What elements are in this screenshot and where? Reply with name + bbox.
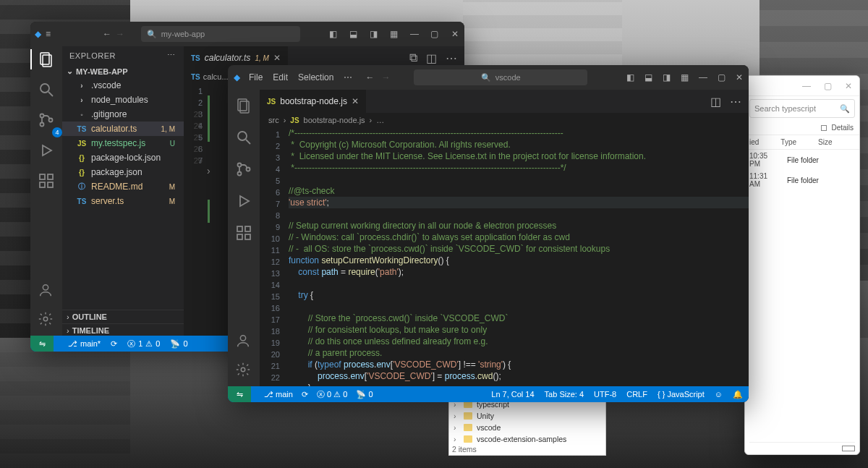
scm-activity-icon[interactable] <box>38 111 55 129</box>
sync-status[interactable]: ⟳ <box>111 339 117 349</box>
editor-content[interactable]: /*--------------------------------------… <box>289 127 749 386</box>
nav-fwd-button[interactable]: → <box>381 72 390 82</box>
split-editor-icon[interactable]: ◫ <box>426 51 437 65</box>
col-size[interactable]: Size <box>818 138 832 146</box>
vscode-window-main[interactable]: ◆ File Edit Selection ⋯ ← → 🔍 vscode ◧ ⬓… <box>228 65 749 402</box>
close-tab-icon[interactable]: ✕ <box>352 96 359 106</box>
more-icon[interactable]: ⋯ <box>167 51 176 60</box>
editor-tab[interactable]: JS bootstrap-node.js ✕ <box>260 90 366 113</box>
file-row[interactable]: 11:31 AMFile folder <box>745 170 859 190</box>
layout-bottom-icon[interactable]: ⬓ <box>349 29 359 39</box>
encoding[interactable]: UTF-8 <box>594 390 616 399</box>
maximize-button[interactable]: ▢ <box>718 72 726 82</box>
col-modified[interactable]: ied <box>749 138 759 146</box>
nav-fwd-button[interactable]: → <box>116 29 124 39</box>
tree-item[interactable]: ◦.gitignore <box>62 107 184 122</box>
tree-item[interactable]: {}package.json <box>62 165 184 179</box>
minimize-button[interactable]: — <box>409 29 420 39</box>
scm-activity-icon[interactable] <box>235 161 252 178</box>
breadcrumb-more[interactable]: … <box>376 116 384 124</box>
explorer-activity-icon[interactable] <box>235 97 252 114</box>
close-tab-icon[interactable]: ✕ <box>273 53 281 63</box>
debug-activity-icon[interactable] <box>235 192 252 210</box>
tree-item[interactable]: {}package-lock.json <box>62 150 184 165</box>
search-activity-icon[interactable] <box>235 129 252 146</box>
view-slider-icon[interactable] <box>842 446 855 451</box>
tab-size[interactable]: Tab Size: 4 <box>545 390 584 399</box>
more-icon[interactable]: ⋯ <box>730 95 741 109</box>
feedback-icon[interactable]: ☺ <box>715 390 723 399</box>
language-mode[interactable]: { } JavaScript <box>658 390 705 399</box>
explorer-search[interactable]: Search typescript 🔍 <box>749 99 855 118</box>
close-button[interactable]: ✕ <box>736 72 743 82</box>
folder-row[interactable]: ›vscode <box>449 422 605 433</box>
branch-status[interactable]: ⎇ main* <box>68 339 101 349</box>
tree-item[interactable]: ⓘREADME.mdM <box>62 179 184 194</box>
minimize-button[interactable]: — <box>802 81 811 91</box>
nav-back-button[interactable]: ← <box>365 72 374 82</box>
compare-icon[interactable]: ⧉ <box>409 51 417 65</box>
layout-left-icon[interactable]: ◧ <box>626 72 634 82</box>
breadcrumb-folder[interactable]: src <box>268 116 279 124</box>
file-explorer-tree-window[interactable]: ›typescript›Unity›vscode›vscode-extensio… <box>448 398 606 456</box>
explorer-activity-icon[interactable] <box>38 51 55 68</box>
view-toggle-icon[interactable] <box>821 125 827 131</box>
account-icon[interactable] <box>235 333 252 350</box>
debug-activity-icon[interactable] <box>38 142 55 159</box>
cursor-position[interactable]: Ln 7, Col 14 <box>491 390 534 399</box>
breadcrumb-file[interactable]: bootstrap-node.js <box>304 116 365 124</box>
search-activity-icon[interactable] <box>38 81 55 98</box>
layout-bottom-icon[interactable]: ⬓ <box>644 72 652 82</box>
folder-row[interactable]: ›Unity <box>449 410 605 422</box>
folder-row[interactable]: ›vscode-extension-samples <box>449 433 605 445</box>
layout-right-icon[interactable]: ◨ <box>663 72 671 82</box>
settings-gear-icon[interactable] <box>38 311 55 328</box>
command-center[interactable]: 🔍 my-web-app <box>141 26 300 42</box>
sync-status[interactable]: ⟳ <box>302 390 308 399</box>
ports-status[interactable]: 📡 0 <box>170 339 187 349</box>
ports-status[interactable]: 📡 0 <box>356 390 373 399</box>
minimize-button[interactable]: — <box>699 72 707 82</box>
details-label[interactable]: Details <box>831 124 854 132</box>
problems-status[interactable]: ⓧ 0 ⚠ 0 <box>317 389 347 400</box>
timeline-section[interactable]: › TIMELINE <box>62 323 184 337</box>
breadcrumb[interactable]: src › JS bootstrap-node.js › … <box>260 113 749 127</box>
tree-item[interactable]: JSmy.testspec.jsU <box>62 136 184 150</box>
settings-gear-icon[interactable] <box>235 362 252 379</box>
menu-overflow-icon[interactable]: ⋯ <box>344 72 352 82</box>
extensions-activity-icon[interactable] <box>235 224 252 242</box>
menu-icon[interactable]: ≡ <box>46 29 51 39</box>
notifications-icon[interactable]: 🔔 <box>733 390 743 399</box>
problems-status[interactable]: ⓧ 1 ⚠ 0 <box>127 339 160 349</box>
remote-button[interactable]: ⇋ <box>30 336 54 352</box>
tree-item[interactable]: ›node_modules <box>62 93 184 107</box>
extensions-activity-icon[interactable] <box>38 172 55 190</box>
maximize-button[interactable]: ▢ <box>430 29 440 39</box>
menu-file[interactable]: File <box>249 72 263 82</box>
command-center[interactable]: 🔍 vscode <box>414 69 587 85</box>
close-button[interactable]: ✕ <box>450 29 460 39</box>
more-icon[interactable]: ⋯ <box>446 51 457 65</box>
layout-grid-icon[interactable]: ▦ <box>681 72 689 82</box>
layout-left-icon[interactable]: ◧ <box>328 29 339 39</box>
layout-right-icon[interactable]: ◨ <box>369 29 379 39</box>
tree-item[interactable]: TScalculator.ts1, M <box>62 122 184 136</box>
col-type[interactable]: Type <box>780 138 796 146</box>
file-row[interactable]: 10:35 PMFile folder <box>745 150 859 170</box>
file-explorer-window[interactable]: — ▢ ✕ Search typescript 🔍 Details ied Ty… <box>744 75 860 455</box>
close-button[interactable]: ✕ <box>845 81 852 91</box>
menu-selection[interactable]: Selection <box>298 72 333 82</box>
branch-status[interactable]: ⎇ main <box>264 390 293 399</box>
account-icon[interactable] <box>38 282 55 299</box>
remote-button[interactable]: ⇋ <box>228 386 251 402</box>
tree-item[interactable]: TSserver.tsM <box>62 194 184 208</box>
tree-item[interactable]: ›.vscode <box>62 78 184 93</box>
layout-grid-icon[interactable]: ▦ <box>389 29 399 39</box>
project-header[interactable]: ⌄ MY-WEB-APP <box>62 64 184 78</box>
nav-back-button[interactable]: ← <box>103 29 111 39</box>
eol[interactable]: CRLF <box>626 390 647 399</box>
chevron-right-icon[interactable]: › <box>207 165 210 176</box>
outline-section[interactable]: › OUTLINE <box>62 310 184 323</box>
menu-edit[interactable]: Edit <box>273 72 288 82</box>
maximize-button[interactable]: ▢ <box>824 81 832 91</box>
